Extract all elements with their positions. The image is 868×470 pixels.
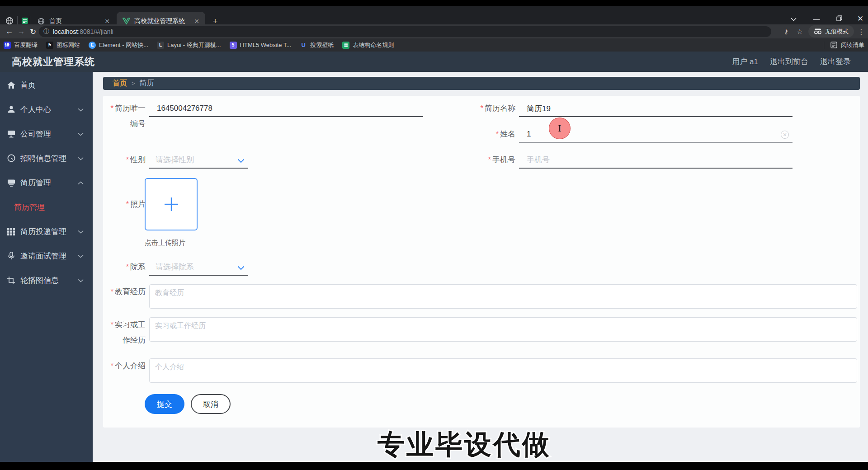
- sidebar-item-resume-mgmt[interactable]: 简历管理: [0, 170, 93, 195]
- browser-menu-icon[interactable]: ⋮: [855, 26, 867, 38]
- tab-close-button[interactable]: ✕: [193, 17, 201, 25]
- bookmark-layui[interactable]: L Layui - 经典开源模...: [157, 41, 221, 49]
- sidebar-item-resume-delivery-mgmt[interactable]: 简历投递管理: [0, 219, 93, 244]
- breadcrumb-current: 简历: [140, 79, 154, 88]
- sidebar-item-label: 简历管理: [20, 178, 51, 188]
- sidebar-item-carousel-info[interactable]: 轮播图信息: [0, 268, 93, 292]
- sidebar-subitem-resume-mgmt-active[interactable]: 简历管理: [0, 195, 93, 219]
- sidebar-item-interview-invite-mgmt[interactable]: 邀请面试管理: [0, 244, 93, 268]
- close-window-button[interactable]: ✕: [854, 13, 866, 25]
- breadcrumb-separator: >: [132, 80, 135, 87]
- bookmark-baidu-translate[interactable]: 译 百度翻译: [4, 41, 38, 49]
- site-info-icon[interactable]: ⓘ: [43, 28, 49, 36]
- reading-list-label: 阅读清单: [841, 41, 864, 49]
- breadcrumb-home-link[interactable]: 首页: [113, 79, 127, 88]
- intro-textarea[interactable]: [149, 358, 857, 383]
- cancel-button[interactable]: 取消: [191, 394, 231, 414]
- field-name: *姓名 ✕: [479, 127, 793, 143]
- field-label: *简历唯一编号: [108, 101, 146, 132]
- forward-button[interactable]: →: [15, 26, 27, 38]
- tab-search-chevron-icon[interactable]: [788, 13, 799, 25]
- bookmark-html5-template[interactable]: 5 HTML5 Website T...: [230, 42, 292, 49]
- field-label: *实习或工作经历: [108, 317, 146, 348]
- sidebar-item-company-mgmt[interactable]: 公司管理: [0, 122, 93, 146]
- grid-icon: [7, 227, 15, 236]
- watermark-banner: 专业毕设代做: [280, 427, 649, 461]
- submit-button[interactable]: 提交: [145, 394, 184, 414]
- password-key-icon[interactable]: ⚷: [780, 26, 792, 38]
- field-dept: *院系: [108, 259, 248, 276]
- url-host: localhost: [53, 28, 78, 35]
- resume-name-input[interactable]: [519, 101, 793, 117]
- tab-close-button[interactable]: ✕: [103, 17, 111, 25]
- header-exit-to-front-link[interactable]: 退出到前台: [770, 56, 808, 67]
- sidebar-item-label: 个人中心: [20, 104, 51, 115]
- field-phone: *手机号: [479, 152, 793, 169]
- resume-form-card: *简历唯一编号 *简历名称 *姓名 ✕ I *性别: [103, 96, 860, 428]
- tab-separator: [30, 16, 30, 25]
- field-label: *院系: [108, 259, 146, 275]
- education-textarea[interactable]: [149, 284, 857, 309]
- header-user-link[interactable]: 用户 a1: [732, 56, 758, 67]
- clear-input-icon[interactable]: ✕: [781, 131, 789, 139]
- reading-list-button[interactable]: 阅读清单: [824, 38, 864, 52]
- field-label: *姓名: [479, 127, 515, 142]
- gender-select[interactable]: [149, 152, 248, 169]
- dept-select[interactable]: [149, 259, 248, 276]
- address-bar[interactable]: ⓘ localhost :8081/#/jianli: [39, 26, 771, 37]
- bookmark-element[interactable]: E Element - 网站快...: [89, 41, 148, 49]
- tab-separator: [17, 16, 18, 25]
- breadcrumb: 首页 > 简历: [103, 77, 860, 90]
- user-icon: [7, 105, 15, 114]
- reload-button[interactable]: ↻: [27, 26, 39, 38]
- restore-button[interactable]: [833, 13, 845, 25]
- url-path: :8081/#/jianli: [78, 28, 113, 35]
- header-logout-link[interactable]: 退出登录: [820, 56, 851, 67]
- chevron-down-icon: [78, 129, 84, 138]
- photo-upload-box[interactable]: [145, 178, 198, 230]
- home-icon: [7, 81, 15, 89]
- microphone-icon: [7, 252, 15, 260]
- bookmark-wallpaper[interactable]: U 搜索壁纸: [300, 41, 334, 49]
- incognito-icon: [814, 28, 822, 34]
- chevron-down-icon: [78, 105, 84, 114]
- divider: [824, 42, 824, 49]
- app-title: 高校就业管理系统: [12, 55, 95, 69]
- bookmark-favicon: 译: [4, 42, 11, 49]
- sidebar-item-recruit-info-mgmt[interactable]: 招聘信息管理: [0, 146, 93, 170]
- resume-no-input[interactable]: [149, 101, 423, 117]
- bookmark-favicon: 5: [230, 42, 237, 49]
- incognito-badge: 无痕模式: [808, 25, 854, 38]
- sidebar-item-home[interactable]: 首页: [0, 73, 93, 97]
- sidebar-item-personal-center[interactable]: 个人中心: [0, 97, 93, 122]
- select-chevron-down-icon: [237, 264, 245, 272]
- chevron-down-icon: [78, 227, 84, 236]
- sidebar-item-label: 简历投递管理: [20, 226, 66, 237]
- window-bottom-strip: [0, 462, 868, 470]
- bookmark-star-icon[interactable]: ☆: [794, 26, 806, 38]
- screen: 首页 ✕ 高校就业管理系统 ✕ + — ✕ ← → ↻ ⓘ localhost …: [0, 0, 868, 470]
- phone-input[interactable]: [519, 152, 793, 169]
- bookmark-label: 表结构命名规则: [353, 41, 394, 49]
- globe-icon: [37, 17, 45, 25]
- sidebar-item-label: 招聘信息管理: [20, 153, 66, 164]
- bookmark-label: 百度翻译: [14, 41, 38, 49]
- field-education: *教育经历: [108, 284, 857, 309]
- bookmark-table-naming[interactable]: ▦ 表结构命名规则: [342, 41, 394, 49]
- plus-icon: [163, 196, 180, 213]
- sidebar-item-label: 公司管理: [20, 129, 51, 139]
- incognito-label: 无痕模式: [825, 28, 849, 36]
- bookmark-favicon: U: [300, 42, 307, 49]
- sheet-icon: [21, 17, 28, 24]
- chevron-down-icon: [78, 154, 84, 163]
- app-header: 高校就业管理系统 用户 a1 退出到前台 退出登录: [0, 52, 868, 72]
- sidebar: 首页 个人中心 公司管理 招聘信息管理 简历管理 简历管理 简历投递管理: [0, 72, 93, 462]
- form-actions: 提交 取消: [145, 394, 231, 414]
- sidebar-item-label: 首页: [20, 80, 36, 90]
- work-exp-textarea[interactable]: [149, 317, 857, 342]
- field-intro: *个人介绍: [108, 358, 857, 383]
- back-button[interactable]: ←: [4, 26, 15, 38]
- bookmark-icon-site[interactable]: ⚑ 图标网站: [46, 41, 80, 49]
- minimize-button[interactable]: —: [811, 13, 822, 25]
- field-label: *教育经历: [108, 284, 146, 300]
